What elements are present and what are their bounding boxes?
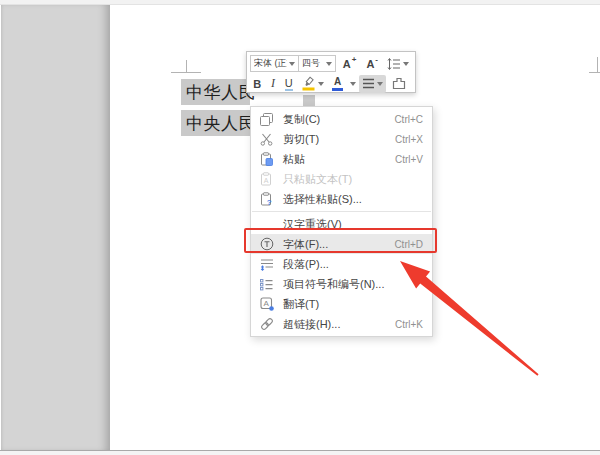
paste-special-icon: ? (259, 192, 274, 207)
menu-item-paste[interactable]: 粘贴 Ctrl+V (251, 149, 432, 169)
no-icon (259, 217, 274, 232)
margin-mark-right (589, 72, 600, 73)
chevron-down-icon (326, 62, 332, 66)
italic-button[interactable]: I (267, 75, 280, 93)
bold-button[interactable]: B (250, 75, 265, 93)
align-button[interactable] (359, 75, 386, 93)
svg-text:A: A (263, 299, 269, 308)
line-spacing-icon (387, 57, 401, 71)
shrink-font-button[interactable]: A- (363, 55, 381, 73)
align-icon (362, 78, 375, 89)
font-size-value: 四号 (302, 57, 324, 70)
font-size-select[interactable]: 四号 (298, 55, 336, 72)
menu-item-hyperlink[interactable]: 超链接(H)... Ctrl+K (251, 314, 432, 334)
translate-icon: A (259, 297, 274, 312)
canvas-background (1, 5, 110, 450)
svg-text:?: ? (267, 198, 272, 206)
menu-item-copy[interactable]: 复制(C) Ctrl+C (251, 109, 432, 129)
line-spacing-button[interactable] (384, 55, 412, 73)
mini-toolbar-row1: 宋体 (正文 四号 A+ A- (250, 54, 412, 73)
underline-button[interactable]: U (281, 75, 296, 93)
status-bar-edge (0, 450, 600, 455)
paste-icon (259, 152, 274, 167)
highlight-color-button[interactable] (298, 75, 327, 93)
chevron-down-icon (403, 62, 409, 66)
chevron-down-icon (377, 82, 383, 86)
paragraph-icon (259, 257, 274, 272)
menu-separator (252, 211, 431, 212)
margin-mark-right-v (597, 57, 598, 73)
chevron-down-icon (350, 82, 356, 86)
font-color-swatch (332, 88, 343, 91)
menu-item-hanzi-reselect[interactable]: 汉字重选(V) (251, 214, 432, 234)
font-icon (259, 237, 274, 252)
hyperlink-icon (259, 317, 274, 332)
svg-text:A: A (264, 177, 269, 184)
margin-mark-left-v (186, 60, 187, 72)
highlight-color-icon (301, 76, 316, 91)
cut-icon (259, 132, 274, 147)
format-painter-button[interactable] (388, 75, 410, 93)
font-name-value: 宋体 (正文 (254, 57, 287, 70)
menu-item-font[interactable]: 字体(F)... Ctrl+D (251, 234, 432, 254)
chevron-down-icon (318, 82, 324, 86)
menu-item-paste-text-only: A 只粘贴文本(T) (251, 169, 432, 189)
margin-mark-left (171, 72, 201, 73)
menu-item-paragraph[interactable]: 段落(P)... (251, 254, 432, 274)
bullets-icon (259, 277, 274, 292)
font-name-select[interactable]: 宋体 (正文 (250, 55, 299, 72)
paste-text-icon: A (259, 172, 274, 187)
menu-item-translate[interactable]: A 翻译(T) (251, 294, 432, 314)
menu-item-bullets-numbering[interactable]: 项目符号和编号(N)... (251, 274, 432, 294)
menu-item-cut[interactable]: 剪切(T) Ctrl+X (251, 129, 432, 149)
font-color-letter: A (334, 77, 341, 87)
mini-toolbar: 宋体 (正文 四号 A+ A- B I U (246, 51, 416, 93)
menu-item-paste-special[interactable]: ? 选择性粘贴(S)... (251, 189, 432, 209)
font-color-button[interactable]: A (329, 75, 346, 93)
format-painter-icon (391, 76, 407, 91)
document-text-line2[interactable]: 中央人民 (186, 115, 256, 132)
mini-toolbar-row2: B I U A (250, 74, 412, 93)
copy-icon (259, 112, 274, 127)
grow-font-button[interactable]: A+ (340, 55, 360, 73)
context-menu: 复制(C) Ctrl+C 剪切(T) Ctrl+X 粘贴 Ctrl+V A 只粘… (250, 106, 433, 337)
chevron-down-icon (289, 62, 295, 66)
